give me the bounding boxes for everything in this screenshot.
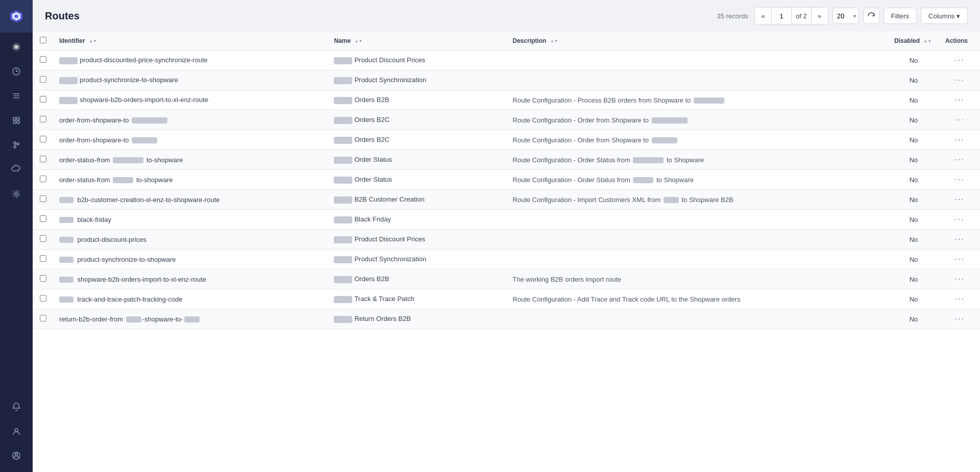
description-cell [506, 70, 888, 90]
row-actions-button[interactable]: ··· [954, 275, 964, 283]
columns-button[interactable]: Columns ▾ [921, 8, 968, 24]
disabled-column-header[interactable]: Disabled ▲▼ [888, 32, 939, 51]
row-checkbox[interactable] [40, 76, 46, 83]
name-cell: Black Friday [328, 210, 506, 230]
identifier-column-header[interactable]: Identifier ▲▼ [53, 32, 328, 51]
identifier-cell: return-b2b-order-from -shopware-to- [53, 309, 328, 329]
svg-rect-10 [13, 121, 16, 123]
name-cell: Orders B2C [328, 110, 506, 130]
svg-rect-2 [14, 46, 18, 47]
row-checkbox-cell [33, 309, 53, 329]
app-logo[interactable] [0, 0, 33, 33]
name-cell: Product Synchronization [328, 70, 506, 90]
name-cell: Product Synchronization [328, 250, 506, 269]
sidebar-item-dashboard[interactable] [0, 59, 33, 84]
row-actions-button[interactable]: ··· [954, 95, 964, 104]
description-cell [506, 250, 888, 269]
row-actions-button[interactable]: ··· [954, 255, 964, 263]
refresh-button[interactable] [863, 8, 879, 24]
sidebar-item-cloud[interactable] [0, 157, 33, 182]
table-row: product-synchronize-to-shopware Product … [33, 70, 980, 90]
row-actions-button[interactable]: ··· [954, 195, 964, 204]
row-checkbox[interactable] [40, 156, 46, 162]
disabled-cell: No [888, 309, 939, 329]
row-actions-button[interactable]: ··· [954, 215, 964, 223]
sidebar-item-git[interactable] [0, 133, 33, 157]
name-cell: Track & Trace Patch [328, 289, 506, 309]
name-cell: Orders B2B [328, 90, 506, 110]
disabled-cell: No [888, 170, 939, 190]
row-checkbox[interactable] [40, 195, 46, 202]
table-row: order-status-from to-shopware Order Stat… [33, 150, 980, 170]
table-row: return-b2b-order-from -shopware-to- Retu… [33, 309, 980, 329]
actions-cell: ··· [939, 70, 980, 90]
row-checkbox[interactable] [40, 136, 46, 142]
row-checkbox[interactable] [40, 96, 46, 103]
svg-rect-8 [13, 117, 16, 120]
disabled-cell: No [888, 210, 939, 230]
name-cell: Orders B2B [328, 269, 506, 289]
identifier-cell: product-discounted-price-synchronize-rou… [53, 51, 328, 70]
row-actions-button[interactable]: ··· [954, 314, 964, 323]
sidebar-item-settings[interactable] [0, 182, 33, 206]
name-cell: Order Status [328, 170, 506, 190]
pagination-page-input[interactable] [771, 8, 792, 24]
menu-toggle-button[interactable] [0, 35, 33, 59]
row-checkbox[interactable] [40, 295, 46, 302]
description-cell: Route Configuration - Order Status from … [506, 170, 888, 190]
row-actions-button[interactable]: ··· [954, 175, 964, 184]
disabled-cell: No [888, 70, 939, 90]
description-column-header[interactable]: Description ▲▼ [506, 32, 888, 51]
row-checkbox[interactable] [40, 116, 46, 122]
row-checkbox-cell [33, 230, 53, 250]
page-size-select[interactable]: 20 10 50 100 [832, 8, 859, 24]
row-checkbox[interactable] [40, 235, 46, 242]
actions-cell: ··· [939, 289, 980, 309]
table-row: track-and-trace-patch-tracking-code Trac… [33, 289, 980, 309]
sidebar-item-grid[interactable] [0, 108, 33, 133]
sidebar-item-user[interactable] [0, 443, 33, 468]
row-checkbox[interactable] [40, 275, 46, 282]
disabled-cell: No [888, 90, 939, 110]
actions-cell: ··· [939, 190, 980, 210]
row-actions-button[interactable]: ··· [954, 235, 964, 243]
page-header: Routes 35 records « of 2 » 20 10 50 100 [33, 0, 980, 32]
name-cell: Orders B2C [328, 130, 506, 150]
row-checkbox[interactable] [40, 56, 46, 63]
name-column-header[interactable]: Name ▲▼ [328, 32, 506, 51]
pagination-of-label: of 2 [792, 8, 812, 24]
svg-rect-9 [17, 117, 19, 120]
filters-button[interactable]: Filters [884, 8, 917, 24]
svg-rect-1 [14, 45, 18, 46]
row-actions-button[interactable]: ··· [954, 76, 964, 84]
row-actions-button[interactable]: ··· [954, 135, 964, 144]
description-cell: Route Configuration - Order from Shopwar… [506, 130, 888, 150]
page-size-wrapper: 20 10 50 100 [832, 8, 859, 24]
name-cell: Order Status [328, 150, 506, 170]
table-row: shopware-b2b-orders-import-to-xl-enz-rou… [33, 269, 980, 289]
actions-cell: ··· [939, 150, 980, 170]
row-checkbox[interactable] [40, 315, 46, 321]
row-checkbox[interactable] [40, 176, 46, 182]
row-actions-button[interactable]: ··· [954, 115, 964, 124]
actions-cell: ··· [939, 269, 980, 289]
pagination-prev-button[interactable]: « [755, 8, 771, 24]
identifier-cell: order-status-from to-shopware [53, 170, 328, 190]
row-checkbox[interactable] [40, 255, 46, 262]
pagination-next-button[interactable]: » [812, 8, 828, 24]
routes-table-container: Identifier ▲▼ Name ▲▼ Description ▲▼ Dis… [33, 32, 980, 472]
sidebar-item-profile[interactable] [0, 419, 33, 443]
row-actions-button[interactable]: ··· [954, 56, 964, 64]
table-row: order-from-shopware-to Orders B2C Route … [33, 110, 980, 130]
name-cell: Product Discount Prices [328, 51, 506, 70]
row-checkbox[interactable] [40, 215, 46, 222]
description-cell: The working B2B orders import route [506, 269, 888, 289]
svg-point-16 [15, 429, 18, 432]
description-cell [506, 210, 888, 230]
sidebar-item-list[interactable] [0, 84, 33, 108]
row-actions-button[interactable]: ··· [954, 155, 964, 164]
row-actions-button[interactable]: ··· [954, 294, 964, 303]
disabled-cell: No [888, 269, 939, 289]
select-all-checkbox[interactable] [40, 37, 46, 43]
sidebar-item-notifications[interactable] [0, 394, 33, 419]
